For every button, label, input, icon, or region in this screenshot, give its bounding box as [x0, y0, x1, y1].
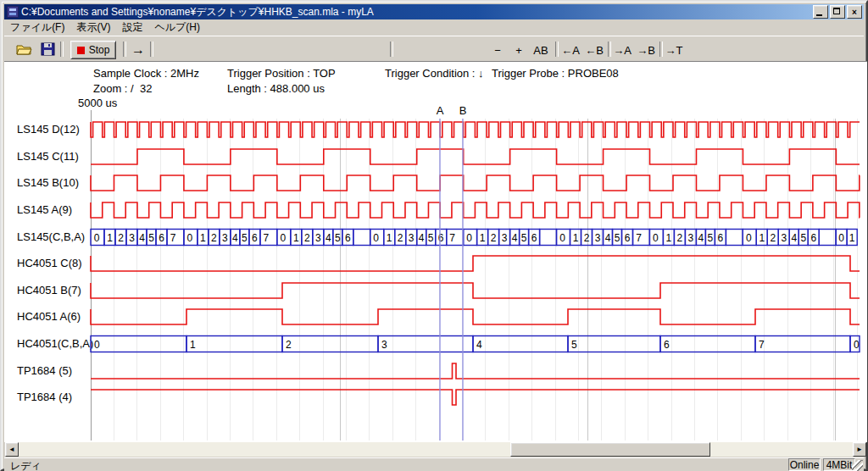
app-window: C:¥Documents and Settings¥noname¥デスクトップ¥…	[0, 0, 868, 471]
menu-file[interactable]: ファイル(F)	[4, 19, 70, 36]
toolbar-separator	[150, 42, 153, 57]
maximize-button[interactable]	[830, 5, 845, 19]
close-button[interactable]: ×	[847, 5, 862, 19]
minimize-button[interactable]	[813, 5, 828, 19]
zoom-info: Zoom : / 32	[93, 82, 152, 95]
channel-label-3: LS145 A(9)	[17, 203, 72, 216]
waveform-panel	[4, 61, 867, 442]
stop-button[interactable]: Stop	[70, 41, 116, 59]
scrollbar-thumb[interactable]	[510, 442, 710, 457]
stop-label: Stop	[89, 44, 110, 56]
goto-a-left-button[interactable]: ←A	[559, 41, 581, 59]
time-per-div-label: 5000 us	[78, 97, 117, 109]
trigger-probe-info: Trigger Probe : PROBE08	[492, 67, 619, 80]
status-bar: レディ Online 4MBit	[4, 457, 864, 471]
channel-label-7: HC4051 A(6)	[17, 310, 81, 323]
status-ready-text: レディ	[10, 459, 42, 471]
menu-help[interactable]: ヘルプ(H)	[148, 19, 206, 36]
menu-view[interactable]: 表示(V)	[70, 19, 116, 36]
scroll-right-button[interactable]: ►	[853, 442, 866, 457]
run-button[interactable]: →	[128, 41, 148, 59]
channel-label-9: TP1684 (5)	[17, 364, 72, 377]
channel-label-4: LS145(C,B,A)	[17, 230, 85, 243]
app-icon	[7, 6, 19, 18]
length-info: Length : 488.000 us	[227, 82, 325, 95]
goto-trigger-button[interactable]: →T	[663, 41, 685, 59]
maximize-icon	[833, 8, 840, 14]
menu-settings[interactable]: 設定	[116, 19, 148, 36]
toolbar: Stop → 100MHz ▼ TOP ▼ ↑ ▼ PROBE00 ▼ − + …	[4, 36, 864, 62]
title-bar[interactable]: C:¥Documents and Settings¥noname¥デスクトップ¥…	[4, 4, 864, 19]
sample-clock-info: Sample Clock : 2MHz	[93, 67, 199, 80]
goto-b-right-button[interactable]: →B	[635, 41, 657, 59]
channel-label-0: LS145 D(12)	[17, 123, 80, 136]
toolbar-separator	[60, 42, 64, 57]
ab-button[interactable]: AB	[530, 41, 552, 59]
window-title: C:¥Documents and Settings¥noname¥デスクトップ¥…	[21, 5, 813, 19]
status-online-badge: Online	[788, 458, 821, 471]
trigger-condition-info: Trigger Condition : ↓	[385, 67, 484, 80]
trigger-position-info: Trigger Position : TOP	[227, 67, 336, 80]
goto-b-left-button[interactable]: ←B	[583, 41, 605, 59]
channel-label-1: LS145 C(11)	[17, 150, 79, 163]
stop-icon	[77, 47, 85, 54]
menu-bar: ファイル(F) 表示(V) 設定 ヘルプ(H)	[4, 19, 864, 36]
open-file-icon[interactable]	[16, 42, 33, 56]
channel-label-8: HC4051(C,B,A)	[17, 337, 93, 350]
toolbar-separator	[390, 42, 393, 57]
zoom-in-button[interactable]: +	[510, 41, 527, 59]
horizontal-scrollbar[interactable]: ◄ ►	[5, 442, 866, 457]
status-memory-badge: 4MBit	[823, 458, 855, 471]
resize-grip-icon[interactable]	[852, 460, 863, 471]
channel-label-6: HC4051 B(7)	[17, 284, 81, 296]
toolbar-separator	[555, 42, 559, 57]
scroll-left-button[interactable]: ◄	[5, 442, 19, 457]
channel-label-5: HC4051 C(8)	[17, 257, 82, 269]
channel-label-2: LS145 B(10)	[17, 176, 79, 189]
goto-a-right-button[interactable]: →A	[611, 41, 633, 59]
channel-label-10: TP1684 (4)	[17, 391, 72, 403]
minimize-icon	[816, 14, 822, 16]
toolbar-separator	[123, 42, 126, 57]
zoom-out-button[interactable]: −	[489, 41, 506, 59]
close-icon: ×	[852, 8, 857, 17]
save-icon[interactable]	[40, 42, 57, 56]
